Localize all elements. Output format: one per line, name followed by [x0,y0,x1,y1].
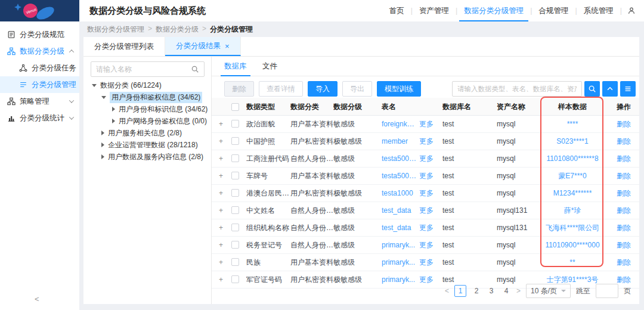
breadcrumb-item[interactable]: 数据分类分级 [156,24,199,35]
caret-right-icon[interactable] [101,131,104,135]
row-checkbox[interactable] [231,172,239,179]
tree-node[interactable]: 用户网络身份鉴权信息 (0/0) [83,115,211,127]
sample-data-link[interactable]: 飞海科****限公司 [541,219,603,237]
row-checkbox[interactable] [231,137,239,145]
row-expander-button[interactable]: + [219,237,227,254]
row-checkbox[interactable] [231,206,239,214]
page-number-button[interactable]: 2 [472,287,481,295]
tab-management-list[interactable]: 分类分级管理列表 [83,37,165,56]
close-tab-icon[interactable]: × [225,37,230,55]
row-checkbox[interactable] [231,241,239,249]
jump-page-input[interactable] [596,284,618,298]
table-name-link[interactable]: primaryk... [382,254,417,271]
table-search-input[interactable] [452,81,582,97]
more-link[interactable]: 更多 [419,168,437,185]
sidebar-collapse-button[interactable]: < [35,294,39,303]
sidebar-item[interactable]: 分类分级规范 [0,26,79,43]
caret-right-icon[interactable] [112,119,115,123]
delete-row-link[interactable]: 删除 [617,116,637,133]
page-number-button[interactable]: 1 [454,285,466,297]
row-checkbox[interactable] [231,258,239,266]
more-link[interactable]: 更多 [419,237,437,254]
column-settings-button[interactable] [620,81,636,97]
more-link[interactable]: 更多 [419,150,437,168]
caret-right-icon[interactable] [101,142,104,147]
next-page-button[interactable]: > [516,287,521,295]
page-size-select[interactable]: 10 条/页 [526,284,571,298]
top-nav-item[interactable]: 合规管理 [538,0,570,21]
delete-row-link[interactable]: 删除 [617,133,637,150]
sample-data-link[interactable]: M1234****** [541,185,603,202]
delete-row-link[interactable]: 删除 [617,219,637,237]
sidebar-item[interactable]: 分类分级统计 [0,110,79,126]
row-expander-button[interactable]: + [219,202,227,219]
table-name-link[interactable]: test_data [382,202,417,219]
prev-page-button[interactable]: < [445,287,449,295]
row-checkbox[interactable] [231,189,239,197]
table-name-link[interactable]: testa1000 [382,185,417,202]
table-name-link[interactable]: foreignke... [382,116,417,133]
more-link[interactable]: 更多 [419,271,437,289]
page-number-button[interactable]: 4 [501,287,511,295]
sample-data-link[interactable]: ** [541,254,603,271]
sample-data-link[interactable]: S023****1 [541,133,603,150]
delete-row-link[interactable]: 删除 [617,185,637,202]
tree-search-input[interactable] [96,65,187,73]
tree-node[interactable]: 数据分类 (66/1224) [83,79,211,91]
delete-row-link[interactable]: 删除 [617,254,637,271]
more-link[interactable]: 更多 [419,185,437,202]
row-checkbox[interactable] [231,154,239,162]
more-link[interactable]: 更多 [419,116,437,133]
table-name-link[interactable]: primaryk... [382,271,417,289]
table-name-link[interactable]: testa50000 [382,150,417,168]
sidebar-item[interactable]: 数据分类分级 [0,43,79,60]
table-name-link[interactable]: primaryk... [382,237,417,254]
sidebar-subitem[interactable]: 分类分级管理 [0,76,79,93]
search-button[interactable] [584,81,600,97]
delete-row-link[interactable]: 删除 [617,237,637,254]
more-link[interactable]: 更多 [419,254,437,271]
table-name-link[interactable]: test_data [382,219,417,237]
tree-node[interactable]: 用户身份和标识信息 (34/62) [83,103,211,115]
sample-data-link[interactable]: 11010800******8 [541,150,603,168]
select-all-checkbox[interactable] [231,103,239,111]
table-name-link[interactable]: member [382,133,417,150]
row-expander-button[interactable]: + [219,116,227,133]
row-expander-button[interactable]: + [219,185,227,202]
import-button[interactable]: 导入 [308,81,338,97]
row-expander-button[interactable]: + [219,168,227,185]
row-expander-button[interactable]: + [219,254,227,271]
row-expander-button[interactable]: + [219,150,227,168]
top-nav-item[interactable]: 首页 [388,0,405,21]
row-expander-button[interactable]: + [219,219,227,237]
caret-down-icon[interactable] [101,96,106,99]
sidebar-item[interactable]: 策略管理 [0,93,79,110]
page-number-button[interactable]: 3 [487,287,496,295]
breadcrumb-item[interactable]: 数据分类分级管理 [87,24,144,35]
tab-database[interactable]: 数据库 [224,57,247,76]
tab-file[interactable]: 文件 [262,57,277,76]
caret-right-icon[interactable] [112,107,115,111]
tab-classification-result[interactable]: 分类分级结果 × [165,37,241,56]
collapse-filter-button[interactable] [602,81,618,97]
row-checkbox[interactable] [231,224,239,231]
delete-row-link[interactable]: 删除 [617,202,637,219]
sample-data-link[interactable]: 薛*珍 [541,202,603,219]
sample-data-link[interactable]: 蒙E7***0 [541,168,603,185]
sidebar-subitem[interactable]: 分类分级任务 [0,60,79,76]
breadcrumb-item[interactable]: 分类分级管理 [210,24,253,35]
sample-data-link[interactable]: **** [541,116,603,133]
table-name-link[interactable]: testa50000 [382,168,417,185]
caret-right-icon[interactable] [101,154,104,159]
more-link[interactable]: 更多 [419,219,437,237]
tree-node[interactable]: 企业运营管理数据 (28/1218) [83,139,211,151]
tree-node[interactable]: 用户身份和鉴权信息 (34/62) [83,91,211,103]
tree-node[interactable]: 用户数据及服务内容信息 (2/8) [83,151,211,163]
delete-row-link[interactable]: 删除 [617,150,637,168]
row-expander-button[interactable]: + [219,133,227,150]
top-nav-item[interactable]: 系统管理 [583,0,615,21]
top-nav-item[interactable]: 数据分类分级管理 [463,0,525,21]
caret-down-icon[interactable] [92,84,97,87]
more-link[interactable]: 更多 [419,202,437,219]
delete-row-link[interactable]: 删除 [617,168,637,185]
